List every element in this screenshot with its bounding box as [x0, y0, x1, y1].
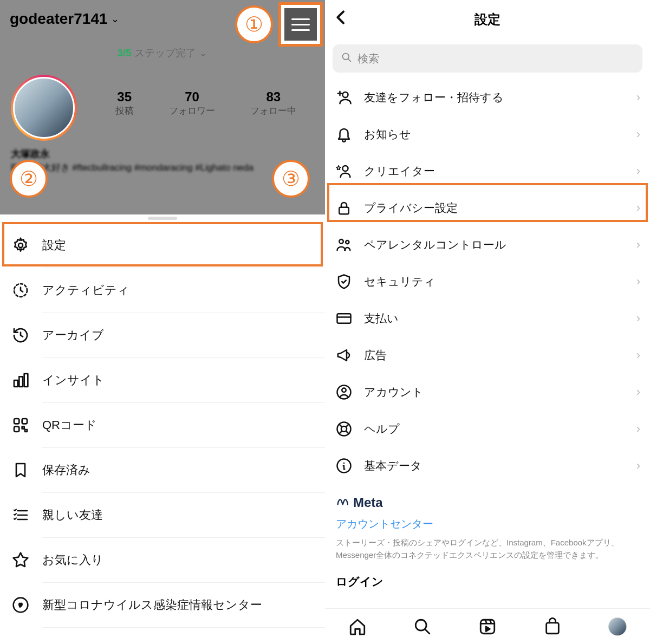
svg-rect-25 — [547, 622, 559, 633]
step-fraction: 3/5 — [118, 47, 132, 58]
settings-label: ヘルプ — [364, 421, 400, 437]
settings-item-supervision[interactable]: ペアレンタルコントロール › — [325, 226, 650, 263]
settings-item-about[interactable]: 基本データ › — [325, 447, 650, 484]
settings-item-creator[interactable]: クリエイター › — [325, 153, 650, 190]
settings-item-account[interactable]: アカウント › — [325, 374, 650, 411]
megaphone-icon — [336, 347, 352, 363]
account-center-link[interactable]: アカウントセンター — [336, 517, 639, 531]
settings-item-invite-friends[interactable]: 友達をフォロー・招待する › — [325, 79, 650, 116]
settings-item-privacy[interactable]: プライバシー設定 › — [325, 190, 650, 226]
chevron-right-icon: › — [636, 422, 640, 436]
settings-label: お知らせ — [364, 127, 411, 142]
svg-point-11 — [343, 53, 349, 60]
settings-label: 友達をフォロー・招待する — [364, 90, 504, 105]
stat-label: フォロワー — [169, 105, 215, 117]
info-icon — [336, 458, 352, 474]
svg-rect-6 — [22, 419, 27, 424]
close-friends-list-icon — [12, 506, 29, 524]
person-plus-icon — [336, 89, 352, 106]
stat-num: 35 — [115, 89, 134, 105]
slide-up-menu: 設定 アクティビティ アーカイブ インサイト QRコード 保存済み 親しい友達 — [0, 214, 325, 644]
stat-posts[interactable]: 35 投稿 — [115, 89, 134, 117]
settings-item-notifications[interactable]: お知らせ › — [325, 116, 650, 153]
chevron-down-icon[interactable]: ⌄ — [111, 13, 119, 25]
annotation-badge-1: ① — [235, 5, 273, 43]
svg-point-16 — [346, 240, 349, 244]
menu-item-close-friends[interactable]: 親しい友達 — [0, 493, 325, 537]
menu-label: アクティビティ — [42, 282, 129, 298]
svg-rect-17 — [337, 314, 351, 323]
shop-tab[interactable] — [543, 617, 562, 636]
menu-item-saved[interactable]: 保存済み — [0, 448, 325, 492]
meta-logo: Meta — [336, 495, 639, 510]
menu-item-favorites[interactable]: お気に入り — [0, 538, 325, 582]
back-button[interactable] — [333, 9, 350, 26]
svg-point-19 — [342, 388, 346, 393]
menu-label: 親しい友達 — [42, 507, 103, 523]
bar-chart-icon — [12, 372, 29, 389]
stat-following[interactable]: 83 フォロー中 — [250, 89, 296, 117]
svg-rect-7 — [14, 427, 19, 432]
settings-item-help[interactable]: ヘルプ › — [325, 411, 650, 447]
menu-label: 新型コロナウイルス感染症情報センター — [42, 597, 262, 613]
menu-item-archive[interactable]: アーカイブ — [0, 313, 325, 357]
search-icon — [341, 52, 352, 66]
home-tab[interactable] — [348, 617, 367, 636]
svg-point-15 — [339, 239, 343, 244]
menu-item-covid-info[interactable]: 新型コロナウイルス感染症情報センター — [0, 583, 325, 627]
annotation-badge-3: ③ — [272, 160, 310, 198]
qr-code-icon — [12, 417, 29, 434]
settings-item-ads[interactable]: 広告 › — [325, 337, 650, 374]
svg-rect-24 — [480, 620, 495, 634]
user-circle-icon — [336, 384, 352, 400]
bell-icon — [336, 126, 352, 142]
reels-tab[interactable] — [478, 617, 497, 636]
stat-followers[interactable]: 70 フォロワー — [169, 89, 215, 117]
stat-num: 83 — [250, 89, 296, 105]
menu-item-settings[interactable]: 設定 — [0, 223, 325, 268]
menu-item-activity[interactable]: アクティビティ — [0, 268, 325, 313]
meta-account-center-block: Meta アカウントセンター ストーリーズ・投稿のシェアやログインなど、Inst… — [325, 484, 650, 567]
profile-completion-step[interactable]: 3/5 ステップ完了 ⌄ — [0, 46, 325, 60]
svg-rect-3 — [19, 376, 23, 387]
menu-item-qr-code[interactable]: QRコード — [0, 403, 325, 447]
settings-label: ペアレンタルコントロール — [364, 237, 506, 252]
chevron-right-icon: › — [636, 348, 640, 362]
hamburger-icon — [284, 8, 317, 41]
svg-point-13 — [343, 166, 348, 171]
chevron-right-icon: › — [636, 459, 640, 473]
shield-check-icon — [336, 274, 352, 290]
chevron-right-icon: › — [636, 238, 640, 252]
search-placeholder: 検索 — [358, 51, 379, 66]
svg-point-0 — [18, 243, 23, 248]
search-tab[interactable] — [413, 617, 432, 636]
bookmark-icon — [12, 461, 29, 479]
username[interactable]: godeater7141 — [10, 10, 108, 28]
svg-rect-14 — [339, 207, 349, 214]
clock-activity-icon — [12, 282, 29, 299]
profile-bio-text: Redbull大好き #ftecbullracing #mondaracing … — [11, 161, 314, 174]
menu-label: アーカイブ — [42, 327, 104, 343]
menu-item-insights[interactable]: インサイト — [0, 358, 325, 402]
settings-label: 支払い — [364, 311, 399, 326]
svg-rect-5 — [14, 419, 19, 424]
chevron-right-icon: › — [636, 164, 640, 178]
settings-item-payments[interactable]: 支払い › — [325, 300, 650, 337]
settings-label: プライバシー設定 — [364, 200, 458, 216]
profile-tab[interactable] — [608, 617, 627, 636]
menu-label: お気に入り — [42, 552, 103, 568]
sheet-drag-handle[interactable] — [148, 217, 177, 220]
chevron-right-icon: › — [636, 90, 640, 105]
settings-item-security[interactable]: セキュリティ › — [325, 263, 650, 300]
account-center-description: ストーリーズ・投稿のシェアやログインなど、Instagram、Facebookア… — [336, 537, 639, 561]
chevron-right-icon: › — [636, 127, 640, 141]
meta-brand-text: Meta — [353, 495, 383, 510]
settings-header: 設定 — [325, 0, 650, 39]
profile-avatar-story-ring[interactable] — [11, 75, 77, 141]
step-text: ステップ完了 — [134, 47, 196, 58]
svg-point-23 — [415, 620, 426, 630]
search-input[interactable]: 検索 — [333, 44, 642, 73]
left-pane: godeater7141 ⌄ ① 3/5 ステップ完了 ⌄ 35 投稿 70 フ… — [0, 0, 325, 644]
chevron-right-icon: › — [636, 201, 640, 215]
hamburger-menu-button[interactable] — [278, 2, 323, 47]
